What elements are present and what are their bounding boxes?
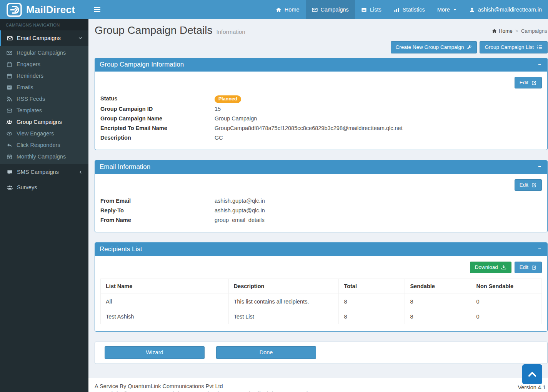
footer-copyright-line: Copyright © 2019 QuantumLink Communicati… [95, 390, 545, 392]
calendar-icon [7, 62, 12, 67]
field-label: Encripted To Email Name [100, 125, 215, 132]
collapse-panel-button[interactable] [536, 163, 543, 170]
sidebar-item-label: Engagers [17, 61, 40, 67]
table-cell: 0 [471, 309, 542, 324]
sidebar-item-engagers[interactable]: Engagers [0, 58, 88, 70]
sidebar-item-monthly-campaigns[interactable]: Monthly Campaigns [0, 151, 88, 162]
breadcrumb: Home > Campaigns [492, 28, 547, 34]
bar-chart-icon [394, 7, 400, 13]
field-value: GroupCampa8df8478a75cf12085cc8ce6829b3c2… [215, 125, 403, 132]
main-content: Group Campaign Details Information Home … [88, 19, 548, 392]
sidebar-item-click-responders[interactable]: Click Responders [0, 139, 88, 151]
field-label: From Name [100, 217, 215, 224]
sidebar-item-label: Click Responders [17, 142, 60, 148]
field-value: 15 [215, 105, 221, 113]
nav-statistics-label: Statistics [403, 7, 425, 13]
sidebar-item-regular-campaigns[interactable]: Regular Campaigns [0, 47, 88, 58]
field-value: GC [215, 134, 223, 142]
recipients-list-panel: Recipients List Download Edit [95, 242, 548, 332]
group-campaign-list-button[interactable]: Group Campaign List [480, 41, 548, 53]
table-header-cell: Total [339, 279, 405, 294]
edit-button-label: Edit [520, 80, 528, 85]
sidebar-item-sms-campaigns[interactable]: SMS Campaigns [0, 164, 88, 180]
edit-email-info-button[interactable]: Edit [515, 179, 542, 191]
edit-recipients-button[interactable]: Edit [515, 262, 542, 273]
wizard-button[interactable]: Wizard [105, 346, 205, 359]
nav-campaigns[interactable]: Campaigns [306, 0, 355, 19]
table-cell: 8 [405, 294, 471, 309]
nav-campaigns-label: Campaigns [321, 7, 349, 13]
breadcrumb-home-label: Home [499, 28, 513, 34]
nav-lists[interactable]: Lists [355, 0, 388, 19]
panel-title: Recipients List [100, 245, 142, 253]
download-button[interactable]: Download [470, 262, 511, 273]
collapse-panel-button[interactable] [536, 245, 543, 252]
edit-button-label: Edit [520, 182, 528, 188]
calendar-plus-icon [7, 154, 12, 160]
sidebar-item-emails[interactable]: Emails [0, 82, 88, 93]
nav-statistics[interactable]: Statistics [388, 0, 431, 19]
edit-button-label: Edit [520, 265, 528, 270]
caret-down-icon [453, 8, 457, 12]
sidebar-item-label: View Engagers [17, 130, 54, 137]
maildirect-logo-icon [7, 3, 22, 17]
field-label: From Email [100, 197, 215, 205]
page-footer: A Service By QuantumLink Communications … [88, 378, 548, 392]
brand-logo[interactable]: MailDirect [0, 0, 88, 19]
done-button[interactable]: Done [216, 346, 316, 359]
envelope-square-icon [7, 85, 12, 90]
users-icon [7, 119, 12, 125]
sidebar-item-email-campaigns[interactable]: Email Campaigns [0, 30, 88, 46]
table-header-cell: Description [228, 279, 339, 294]
sidebar-item-view-engagers[interactable]: View Engagers [0, 128, 88, 139]
footer-service-line: A Service By QuantumLink Communications … [95, 383, 545, 389]
table-cell: 8 [339, 294, 405, 309]
download-button-label: Download [475, 265, 498, 270]
sidebar-item-templates[interactable]: Templates [0, 105, 88, 116]
sidebar-item-label: Email Campaigns [17, 35, 61, 41]
table-cell: 8 [339, 309, 405, 324]
home-icon [492, 28, 497, 33]
create-new-group-campaign-button[interactable]: Create New Group Campaign [391, 41, 477, 53]
field-label: Status [100, 95, 215, 103]
breadcrumb-home[interactable]: Home [492, 28, 513, 34]
sidebar-item-rss-feeds[interactable]: RSS Feeds [0, 93, 88, 105]
table-cell: Test Ashish [101, 309, 229, 324]
field-row: Group Campaign Name Group Campaign [100, 114, 542, 123]
calendar-icon [7, 73, 12, 79]
table-header-row: List Name Description Total Sendable Non… [101, 279, 542, 294]
field-label: Group Campaign ID [100, 105, 215, 113]
edit-campaign-info-button[interactable]: Edit [515, 77, 542, 88]
group-campaign-information-panel: Group Campaign Information Edit Status P… [95, 58, 548, 150]
nav-more[interactable]: More [431, 0, 463, 19]
table-row: All This list contains all recipients. 8… [101, 294, 542, 309]
breadcrumb-separator: > [515, 28, 518, 34]
nav-lists-label: Lists [370, 7, 381, 13]
field-value: group_email_details [215, 217, 265, 224]
create-new-group-campaign-label: Create New Group Campaign [396, 45, 464, 50]
field-row: From Email ashish.gupta@qlc.in [100, 196, 542, 206]
email-information-panel: Email Information Edit From Email ashish… [95, 160, 548, 232]
sidebar-item-group-campaigns[interactable]: Group Campaigns [0, 116, 88, 128]
field-label: Reply-To [100, 207, 215, 214]
scroll-to-top-button[interactable] [522, 364, 542, 384]
sidebar-item-reminders[interactable]: Reminders [0, 70, 88, 82]
sidebar-item-label: RSS Feeds [17, 96, 45, 102]
chevron-down-icon [78, 36, 83, 40]
nav-home[interactable]: Home [270, 0, 306, 19]
field-row: Encripted To Email Name GroupCampa8df847… [100, 123, 542, 133]
nav-user-menu[interactable]: ashish@maildirectteam.in [463, 0, 548, 19]
collapse-panel-button[interactable] [536, 61, 543, 68]
table-cell: All [101, 294, 229, 309]
table-cell: Test List [228, 309, 339, 324]
pencil-square-icon [531, 265, 537, 270]
sidebar-toggle-button[interactable] [88, 0, 106, 19]
panel-title: Group Campaign Information [100, 61, 184, 68]
users-icon [7, 185, 13, 190]
envelope-icon [312, 7, 318, 13]
sidebar-item-label: SMS Campaigns [17, 169, 59, 175]
sidebar-item-surveys[interactable]: Surveys [0, 180, 88, 195]
email-campaigns-submenu: Regular Campaigns Engagers Reminders Ema… [0, 46, 88, 164]
minus-icon [538, 64, 541, 65]
top-navbar: MailDirect Home Campaigns Lists Statisti… [0, 0, 548, 19]
